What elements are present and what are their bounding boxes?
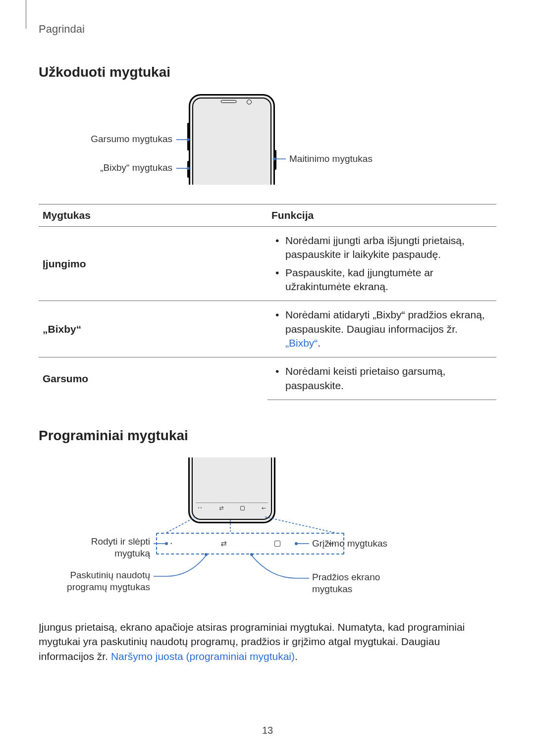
svg-point-13 [295,542,298,545]
func-item: Norėdami keisti prietaiso garsumą, paspa… [271,362,492,395]
col-key-header: Mygtukas [39,204,268,227]
key-name: „Bixby“ [39,301,268,357]
func-item: Paspauskite, kad įjungtumėte ar užrakint… [271,264,492,296]
page: Pagrindai Užkoduoti mygtukai Garsumo myg… [0,0,535,756]
svg-point-1 [187,138,190,141]
svg-point-5 [273,157,276,160]
table-row: Garsumo Norėdami keisti prietaiso garsum… [39,357,496,400]
func-item: Norėdami atidaryti „Bixby“ pradžios ekra… [271,306,492,352]
svg-line-7 [265,517,335,533]
leader-lines [39,94,496,193]
running-head: Pagrindai [39,23,496,36]
key-name: Garsumo [39,357,268,400]
margin-rule [26,0,26,29]
bixby-link[interactable]: „Bixby“ [285,337,318,349]
func-text: Norėdami atidaryti „Bixby“ pradžios ekra… [285,309,485,334]
keys-table: Mygtukas Funkcija Įjungimo Norėdami įjun… [39,204,496,400]
col-func-header: Funkcija [268,204,496,227]
paragraph-text: . [295,651,298,662]
func-item: Norėdami įjungti arba išjungti prietaisą… [271,232,492,264]
page-number: 13 [0,725,535,736]
svg-point-10 [165,542,168,545]
svg-line-6 [166,517,196,533]
svg-point-3 [187,167,190,170]
hard-keys-diagram: Garsumo mygtukas „Bixby“ mygtukas Maitin… [39,94,496,193]
key-funcs: Norėdami įjungti arba išjungti prietaisą… [268,227,496,301]
table-row: Įjungimo Norėdami įjungti arba išjungti … [39,227,496,301]
soft-keys-diagram: •• ⇄ ← • • ⇄ ← Rodyti ir slėpti mygtuką … [39,457,496,611]
func-text: . [318,337,321,349]
svg-point-14 [250,553,253,556]
navbar-link[interactable]: Naršymo juosta (programiniai mygtukai) [111,651,295,662]
section-hard-keys-title: Užkoduoti mygtukai [39,64,496,80]
key-funcs: Norėdami keisti prietaiso garsumą, paspa… [268,357,496,400]
key-name: Įjungimo [39,227,268,301]
svg-point-11 [205,553,208,556]
key-funcs: Norėdami atidaryti „Bixby“ pradžios ekra… [268,301,496,357]
table-row: „Bixby“ Norėdami atidaryti „Bixby“ pradž… [39,301,496,357]
soft-keys-paragraph: Įjungus prietaisą, ekrano apačioje atsir… [39,620,496,663]
section-soft-keys-title: Programiniai mygtukai [39,428,496,444]
leader-lines [39,457,496,611]
